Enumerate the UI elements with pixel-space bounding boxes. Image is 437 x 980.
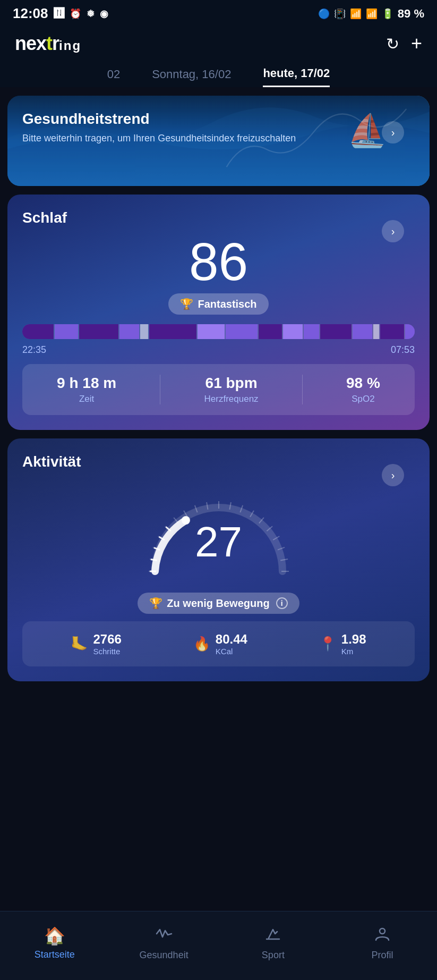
- activity-badge-container: 🏆 Zu wenig Bewegung i: [22, 593, 415, 614]
- km-label: Km: [341, 647, 366, 656]
- date-sunday[interactable]: Sonntag, 16/02: [152, 67, 231, 87]
- bottom-navigation: 🏠 Startseite Gesundheit Sport Profil: [0, 911, 437, 980]
- sleep-hr-stat: 61 bpm Herzfrequenz: [204, 375, 259, 404]
- profile-icon: [374, 925, 391, 947]
- steps-value: 2766: [93, 632, 121, 647]
- sleep-hr-label: Herzfrequenz: [204, 394, 259, 404]
- status-time: 12:08: [13, 5, 48, 22]
- sleep-duration-stat: 9 h 18 m Zeit: [57, 375, 116, 404]
- nav-sport[interactable]: Sport: [241, 925, 305, 961]
- nav-health-label: Gesundheit: [140, 950, 188, 961]
- km-icon: 📍: [319, 636, 336, 652]
- status-notification-icon: 🅽: [54, 7, 64, 20]
- activity-gauge: 27: [139, 481, 298, 587]
- sleep-spo2-value: 98 %: [346, 375, 380, 392]
- sleep-bar: [22, 324, 415, 339]
- nav-home[interactable]: 🏠 Startseite: [23, 926, 87, 960]
- sleep-spo2-stat: 98 % SpO2: [346, 375, 380, 404]
- activity-badge: 🏆 Zu wenig Bewegung i: [138, 593, 299, 614]
- battery-icon: 🔋: [382, 8, 393, 20]
- sleep-spo2-label: SpO2: [346, 394, 380, 404]
- vibrate-icon: 📳: [334, 8, 346, 20]
- kcal-value: 80.44: [216, 632, 247, 647]
- status-right: 🔵 📳 📶 📶 🔋 89 %: [318, 7, 424, 21]
- status-vpn-icon: ◉: [100, 8, 108, 20]
- header-actions: ↻ +: [386, 32, 422, 55]
- kcal-icon: 🔥: [193, 636, 210, 652]
- sleep-start-time: 22:35: [22, 344, 46, 356]
- nav-health[interactable]: Gesundheit: [132, 925, 196, 961]
- activity-arrow[interactable]: ›: [382, 464, 404, 486]
- battery-percent: 89 %: [398, 7, 424, 21]
- sleep-card: Schlaf › 86 🏆 Fantastisch: [7, 195, 430, 430]
- steps-stat: 🦶 2766 Schritte: [71, 632, 121, 656]
- wifi-icon: 📶: [350, 8, 362, 20]
- status-alarm-icon: ⏰: [70, 8, 81, 20]
- app-logo: nextrING: [15, 32, 81, 55]
- status-bar: 12:08 🅽 ⏰ ❅ ◉ 🔵 📳 📶 📶 🔋 89 %: [0, 0, 437, 25]
- main-content: ⛵ › Gesundheitstrend Bitte weiterhin tra…: [0, 87, 437, 756]
- nav-home-label: Startseite: [35, 949, 75, 960]
- steps-label: Schritte: [93, 647, 121, 656]
- sleep-badge: 🏆 Fantastisch: [168, 293, 268, 315]
- health-trend-title: Gesundheitstrend: [22, 111, 415, 128]
- nav-profile[interactable]: Profil: [350, 925, 414, 961]
- activity-trophy-icon: 🏆: [149, 597, 162, 610]
- sleep-arrow[interactable]: ›: [382, 220, 404, 242]
- status-snow-icon: ❅: [87, 8, 95, 20]
- svg-point-27: [380, 928, 385, 934]
- status-left: 12:08 🅽 ⏰ ❅ ◉: [13, 5, 108, 22]
- health-trend-subtitle: Bitte weiterhin tragen, um Ihren Gesundh…: [22, 132, 297, 145]
- add-button[interactable]: +: [411, 32, 422, 55]
- sleep-duration-value: 9 h 18 m: [57, 375, 116, 392]
- date-today[interactable]: heute, 17/02: [263, 66, 330, 87]
- health-icon: [156, 925, 173, 947]
- sleep-end-time: 07:53: [391, 344, 415, 356]
- sleep-title: Schlaf: [22, 209, 415, 226]
- sleep-stats: 9 h 18 m Zeit 61 bpm Herzfrequenz 98 % S…: [22, 364, 415, 415]
- nav-profile-label: Profil: [372, 950, 393, 961]
- nav-sport-label: Sport: [262, 950, 285, 961]
- health-trend-content: › Gesundheitstrend Bitte weiterhin trage…: [22, 111, 415, 145]
- date-prev[interactable]: 02: [107, 67, 120, 87]
- sleep-hr-value: 61 bpm: [204, 375, 259, 392]
- activity-badge-label: Zu wenig Bewegung: [167, 597, 269, 610]
- kcal-stat: 🔥 80.44 KCal: [193, 632, 247, 656]
- activity-score: 27: [195, 521, 242, 563]
- refresh-button[interactable]: ↻: [386, 35, 399, 53]
- sleep-duration-label: Zeit: [57, 394, 116, 404]
- sport-icon: [264, 925, 281, 947]
- activity-card: Aktivität ›: [7, 438, 430, 681]
- sleep-badge-label: Fantastisch: [198, 298, 256, 310]
- kcal-label: KCal: [216, 647, 247, 656]
- steps-icon: 🦶: [71, 636, 88, 652]
- activity-gauge-value: 27: [139, 481, 298, 587]
- health-trend-card: ⛵ › Gesundheitstrend Bitte weiterhin tra…: [7, 96, 430, 186]
- bluetooth-icon: 🔵: [318, 8, 330, 20]
- home-icon: 🏠: [44, 926, 65, 946]
- app-header: nextrING ↻ +: [0, 25, 437, 61]
- activity-title: Aktivität: [22, 453, 415, 470]
- signal-icon: 📶: [366, 8, 378, 20]
- info-icon[interactable]: i: [276, 597, 288, 609]
- health-trend-arrow[interactable]: ›: [382, 121, 404, 143]
- sleep-score: 86: [22, 235, 415, 288]
- date-navigation: 02 Sonntag, 16/02 heute, 17/02: [0, 61, 437, 87]
- km-value: 1.98: [341, 632, 366, 647]
- trophy-icon: 🏆: [180, 298, 193, 310]
- activity-stats: 🦶 2766 Schritte 🔥 80.44 KCal 📍 1.98 Km: [22, 621, 415, 666]
- km-stat: 📍 1.98 Km: [319, 632, 366, 656]
- sleep-times: 22:35 07:53: [22, 344, 415, 356]
- sleep-badge-container: 🏆 Fantastisch: [22, 293, 415, 315]
